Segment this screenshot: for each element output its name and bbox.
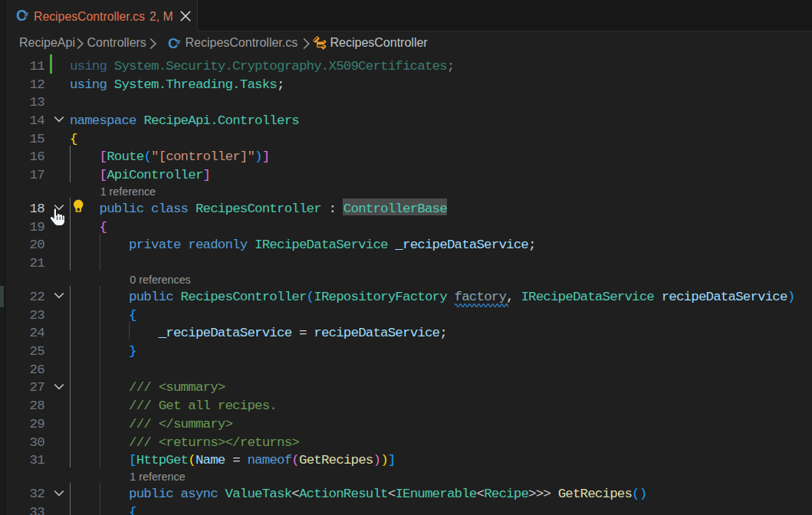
svg-text:#: #: [176, 38, 181, 46]
svg-text:#: #: [25, 10, 29, 18]
